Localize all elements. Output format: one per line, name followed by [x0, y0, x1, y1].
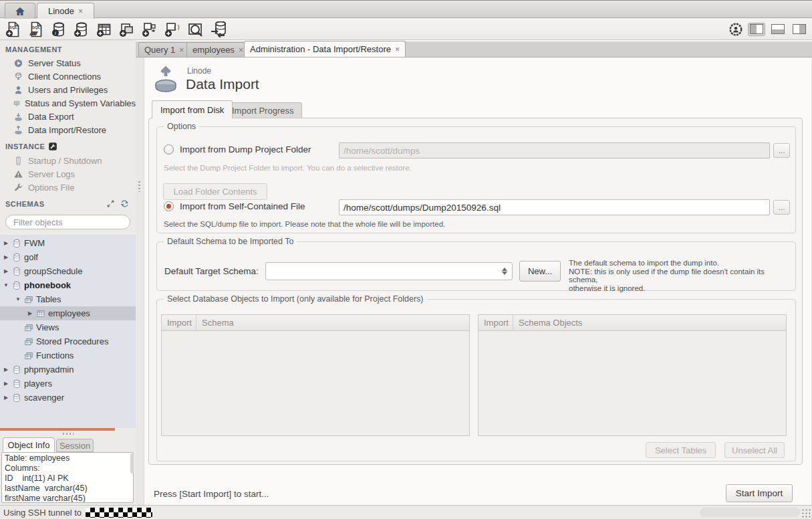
- close-icon[interactable]: ×: [78, 7, 83, 16]
- folder-help-text: Select the Dump Project Folder to import…: [164, 164, 412, 172]
- search-table-data-icon[interactable]: [187, 21, 203, 37]
- create-schema-icon[interactable]: [74, 21, 90, 37]
- expand-arrow-icon[interactable]: ▶: [3, 395, 9, 401]
- sidebar-item-data-export[interactable]: Data Export: [0, 110, 136, 123]
- expand-icon[interactable]: [106, 199, 115, 208]
- expand-arrow-icon[interactable]: ▶: [27, 310, 33, 316]
- create-view-icon[interactable]: [119, 21, 135, 37]
- data-import-icon: [13, 125, 23, 135]
- browse-folder-button[interactable]: ...: [773, 143, 790, 158]
- close-icon[interactable]: ×: [239, 45, 243, 55]
- spinner-down-icon[interactable]: [502, 272, 507, 275]
- close-icon[interactable]: ×: [395, 45, 400, 54]
- sidebar-item-server-status[interactable]: Server Status: [0, 56, 136, 70]
- svg-text:i: i: [55, 30, 56, 36]
- toggle-bottom-panel-icon[interactable]: [769, 23, 787, 36]
- tree-item-employees[interactable]: ▶ employees: [0, 306, 136, 320]
- unselect-all-button[interactable]: Unselect All: [724, 442, 785, 458]
- tree-item-golf[interactable]: ▶ golf: [0, 250, 136, 264]
- tab-import-progress[interactable]: Import Progress: [223, 102, 302, 118]
- table-icon: [36, 309, 45, 318]
- tree-item-scavenger[interactable]: ▶ scavenger: [0, 391, 136, 405]
- dump-file-path-input[interactable]: [339, 199, 770, 215]
- close-icon[interactable]: ×: [179, 45, 184, 55]
- tree-item-functions[interactable]: Functions: [0, 348, 136, 362]
- create-function-icon[interactable]: {): [164, 21, 180, 37]
- column-header-schema-objects[interactable]: Schema Objects: [513, 318, 582, 328]
- sidebar-item-client-connections[interactable]: Client Connections: [0, 70, 136, 83]
- import-folder-radio-row[interactable]: Import from Dump Project Folder: [164, 144, 311, 154]
- expand-arrow-icon[interactable]: ▶: [3, 268, 9, 274]
- tree-item-label: players: [24, 379, 52, 389]
- tree-item-views[interactable]: Views: [0, 320, 136, 334]
- connection-tab-linode[interactable]: Linode ×: [37, 3, 94, 19]
- expand-arrow-icon[interactable]: ▶: [3, 240, 9, 246]
- sidebar-item-options-file[interactable]: Options File: [0, 181, 136, 194]
- sidebar-item-status-variables[interactable]: Status and System Variables: [0, 96, 136, 110]
- sidebar-item-server-logs[interactable]: Server Logs: [0, 167, 136, 181]
- data-export-icon: [13, 112, 23, 122]
- load-folder-contents-button[interactable]: Load Folder Contents: [163, 183, 267, 200]
- radio-checked-icon[interactable]: [164, 201, 174, 211]
- tree-item-players[interactable]: ▶ players: [0, 377, 136, 391]
- schema-objects-list[interactable]: Import Schema Objects: [478, 314, 787, 436]
- tree-item-stored-procedures[interactable]: Stored Procedures: [0, 334, 136, 348]
- collapse-arrow-icon[interactable]: ▼: [3, 282, 9, 288]
- dump-folder-path-input[interactable]: [339, 142, 770, 159]
- radio-unchecked-icon[interactable]: [164, 144, 174, 154]
- sync-icon[interactable]: [120, 199, 129, 208]
- open-sql-script-icon[interactable]: [28, 21, 44, 37]
- home-tab[interactable]: [5, 3, 35, 19]
- tree-item-label: Views: [36, 322, 59, 332]
- sidebar-item-data-import[interactable]: Data Import/Restore: [0, 123, 136, 136]
- reconnect-dbms-icon[interactable]: [210, 21, 226, 37]
- start-import-button[interactable]: Start Import: [726, 484, 793, 502]
- tab-query-1[interactable]: Query 1 ×: [138, 42, 190, 57]
- schema-list[interactable]: Import Schema: [161, 314, 470, 436]
- tab-administration-data-import[interactable]: Administration - Data Import/Restore ×: [244, 41, 406, 57]
- main-splitter[interactable]: [136, 58, 144, 505]
- tree-item-phonebook[interactable]: ▼ phonebook: [0, 278, 136, 292]
- toggle-right-panel-icon[interactable]: [791, 23, 808, 36]
- expand-arrow-icon[interactable]: ▶: [3, 381, 9, 387]
- collapse-arrow-icon[interactable]: ▼: [15, 296, 21, 302]
- tab-session[interactable]: Session: [56, 439, 94, 452]
- browse-file-button[interactable]: ...: [773, 200, 790, 215]
- tab-object-info[interactable]: Object Info: [3, 437, 55, 452]
- new-sql-tab-icon[interactable]: [5, 21, 21, 37]
- schema-filter: [5, 215, 130, 229]
- import-file-radio-row[interactable]: Import from Self-Contained File: [164, 201, 305, 211]
- create-procedure-icon[interactable]: [142, 21, 158, 37]
- spinner-up-icon[interactable]: [502, 268, 507, 271]
- default-target-schema-combobox[interactable]: [265, 262, 513, 280]
- column-header-import[interactable]: Import: [479, 315, 513, 330]
- user-gear-icon[interactable]: [728, 21, 744, 37]
- sidebar-splitter-grip[interactable]: [0, 431, 136, 436]
- tree-item-groupschedule[interactable]: ▶ groupSchedule: [0, 264, 136, 278]
- scrollbar[interactable]: [130, 453, 134, 474]
- column-header-import[interactable]: Import: [162, 315, 196, 330]
- filter-objects-input[interactable]: [13, 217, 131, 227]
- expand-arrow-icon[interactable]: ▶: [3, 254, 9, 260]
- schema-icon: [12, 393, 21, 403]
- tree-item-tables[interactable]: ▼ Tables: [0, 292, 136, 306]
- tree-item-phpmyadmin[interactable]: ▶ phpmyadmin: [0, 362, 136, 377]
- schema-objects-list-header: Import Schema Objects: [479, 315, 786, 331]
- select-tables-button[interactable]: Select Tables: [646, 442, 716, 458]
- tab-employees[interactable]: employees ×: [186, 42, 249, 57]
- tree-item-label: groupSchedule: [24, 266, 82, 276]
- column-header-schema[interactable]: Schema: [196, 318, 234, 328]
- new-schema-button[interactable]: New...: [519, 261, 561, 282]
- sidebar-item-users-privileges[interactable]: Users and Privileges: [0, 83, 136, 96]
- schema-inspector-icon[interactable]: i: [51, 21, 67, 37]
- toggle-left-panel-icon[interactable]: [748, 23, 765, 36]
- tab-import-from-disk[interactable]: Import from Disk: [152, 100, 233, 118]
- sidebar-item-startup-shutdown[interactable]: Startup / Shutdown: [0, 154, 136, 167]
- window-resize-grip[interactable]: [801, 508, 811, 518]
- select-objects-groupbox: Select Database Objects to Import (only …: [156, 299, 796, 461]
- expand-arrow-icon[interactable]: ▶: [3, 367, 9, 373]
- schema-icon: [12, 379, 21, 389]
- tree-item-fwm[interactable]: ▶ FWM: [0, 236, 136, 250]
- radio-label: Import from Dump Project Folder: [180, 144, 311, 154]
- create-table-icon[interactable]: [96, 21, 112, 37]
